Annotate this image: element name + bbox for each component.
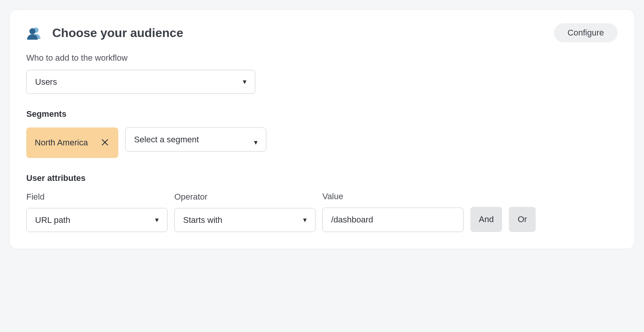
workflow-label: Who to add to the workflow	[26, 53, 618, 63]
attributes-row: Field URL path ▼ Operator Starts with ▼	[26, 192, 618, 232]
segments-heading: Segments	[26, 109, 618, 119]
segment-select[interactable]: Select a segment	[125, 127, 266, 151]
workflow-select-wrap: Users ▼	[26, 70, 255, 94]
close-icon	[101, 139, 108, 147]
attr-field-col: Field URL path ▼	[26, 192, 167, 232]
audience-card: Choose your audience Configure Who to ad…	[9, 9, 635, 249]
segment-remove-button[interactable]	[100, 137, 110, 148]
card-header-left: Choose your audience	[26, 25, 183, 40]
attr-field-label: Field	[26, 192, 167, 202]
segment-chip-label: North America	[35, 138, 88, 148]
segments-row: North America Select a segment ▼	[26, 127, 618, 158]
card-header: Choose your audience Configure	[26, 23, 618, 42]
segments-section: Segments North America Select a segment	[26, 109, 618, 158]
attr-operator-col: Operator Starts with ▼	[174, 192, 316, 232]
attr-operator-label: Operator	[174, 192, 316, 202]
attr-operator-select-wrap: Starts with ▼	[174, 208, 316, 232]
attr-operator-select[interactable]: Starts with	[174, 208, 316, 232]
logic-and-button[interactable]: And	[470, 207, 502, 232]
segment-select-wrap: Select a segment ▼	[125, 127, 266, 158]
attributes-heading: User attributes	[26, 173, 618, 183]
attr-field-select[interactable]: URL path	[26, 208, 167, 232]
attr-field-select-wrap: URL path ▼	[26, 208, 167, 232]
workflow-select[interactable]: Users	[26, 70, 255, 94]
attr-value-label: Value	[322, 192, 464, 201]
attr-value-input[interactable]	[322, 208, 464, 232]
configure-button[interactable]: Configure	[554, 23, 618, 42]
card-title: Choose your audience	[52, 26, 183, 40]
attr-value-col: Value	[322, 192, 464, 232]
attributes-section: User attributes Field URL path ▼ Operato…	[26, 173, 618, 232]
logic-or-button[interactable]: Or	[509, 207, 536, 232]
workflow-section: Who to add to the workflow Users ▼	[26, 53, 618, 94]
people-icon	[26, 25, 42, 40]
segment-chip: North America	[26, 127, 118, 158]
